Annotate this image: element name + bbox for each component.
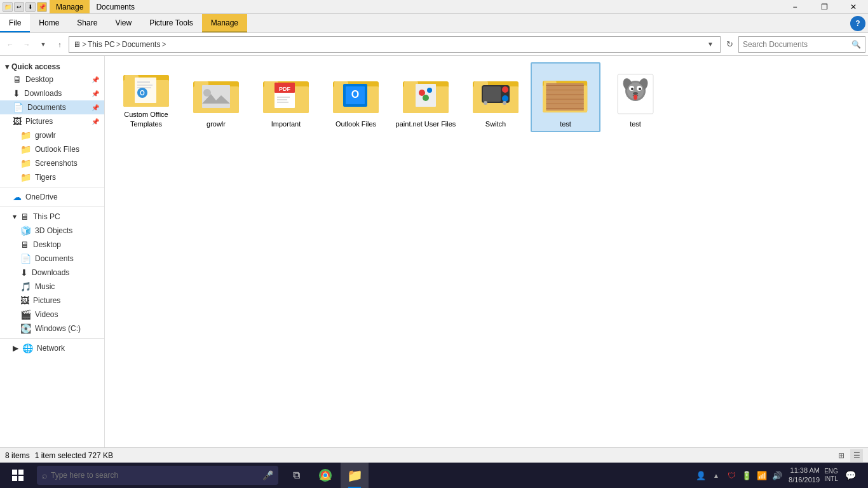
tray-network-icon[interactable]: 📶: [756, 469, 768, 482]
sidebar-item-videos[interactable]: 🎬 Videos: [0, 308, 104, 322]
pictures-pc-icon: 🖼: [20, 295, 29, 306]
path-part-icon: 🖥: [73, 40, 81, 49]
lang-indicator[interactable]: ENGINTL: [825, 469, 837, 482]
forward-button[interactable]: →: [19, 37, 34, 52]
file-item-switch[interactable]: Switch: [461, 62, 531, 132]
sidebar-item-desktop[interactable]: 🖥 Desktop 📌: [0, 72, 104, 86]
sidebar-item-music[interactable]: 🎵 Music: [0, 280, 104, 294]
svg-point-70: [633, 92, 638, 95]
quick-icon1[interactable]: ↩: [14, 2, 24, 12]
pin-icon-desktop: 📌: [92, 76, 99, 83]
sidebar-item-pictures-pc[interactable]: 🖼 Pictures: [0, 294, 104, 308]
notification-button[interactable]: 💬: [840, 463, 860, 488]
tray-battery-icon[interactable]: 🔋: [740, 469, 753, 482]
microphone-icon[interactable]: 🎤: [262, 470, 273, 480]
sidebar-item-documents[interactable]: 📄 Documents 📌: [0, 100, 104, 114]
folder-icon-paintnet: [403, 71, 449, 117]
folder-icon-test: [543, 71, 588, 117]
file-item-important[interactable]: PDF Important: [251, 62, 321, 132]
documents-icon: 📄: [13, 102, 24, 112]
file-item-growlr[interactable]: growlr: [181, 62, 251, 132]
svg-point-79: [323, 473, 327, 477]
up-button[interactable]: ↑: [52, 37, 67, 52]
sidebar-item-windows-c[interactable]: 💽 Windows (C:): [0, 322, 104, 336]
sidebar-item-documents-pc[interactable]: 📄 Documents: [0, 252, 104, 266]
view-list-button[interactable]: ☰: [850, 449, 863, 462]
quick-icon2[interactable]: ⬇: [25, 2, 36, 12]
taskbar: ⌕ 🎤 ⧉ 📁 👤 ▲ 🛡 🔋 📶 🔊 11:38 AM 8/16: [0, 463, 868, 488]
refresh-button[interactable]: ↻: [722, 37, 737, 52]
sidebar-quick-access-header[interactable]: ▾ Quick access: [0, 58, 104, 72]
taskbar-app-taskview[interactable]: ⧉: [282, 463, 310, 488]
file-label-paintnet: paint.net User Files: [396, 119, 456, 128]
folder-icon-important: PDF: [263, 71, 309, 117]
sidebar-item-3dobjects[interactable]: 🧊 3D Objects: [0, 224, 104, 238]
sidebar-item-desktop-pc[interactable]: 🖥 Desktop: [0, 238, 104, 252]
file-item-outlook[interactable]: O Outlook Files: [321, 62, 391, 132]
sidebar-item-growlr[interactable]: 📁 growlr: [0, 128, 104, 142]
sidebar-item-downloads[interactable]: ⬇ Downloads 📌: [0, 86, 104, 100]
path-part-thispc[interactable]: This PC: [88, 40, 115, 49]
sidebar-item-outlook-files[interactable]: 📁 Outlook Files: [0, 142, 104, 156]
file-item-paintnet[interactable]: paint.net User Files: [391, 62, 461, 132]
desktop-pc-icon: 🖥: [20, 240, 29, 250]
quick-icon3[interactable]: 📌: [37, 2, 47, 12]
taskbar-app-chrome[interactable]: [311, 463, 339, 488]
sidebar-item-tigers[interactable]: 📁 Tigers: [0, 170, 104, 184]
sidebar-item-onedrive[interactable]: ☁ OneDrive: [0, 190, 104, 204]
taskbar-search-box[interactable]: ⌕ 🎤: [37, 466, 278, 485]
tab-picture-tools[interactable]: Picture Tools: [140, 14, 201, 32]
desktop-icon: 🖥: [13, 74, 22, 85]
sidebar-divider-3: [0, 338, 104, 339]
file-item-test-file[interactable]: test: [600, 62, 670, 132]
folder-icon-outlook-main: O: [333, 71, 379, 117]
address-path[interactable]: 🖥 > This PC > Documents > ▼: [69, 36, 721, 53]
svg-rect-5: [137, 81, 150, 83]
taskbar-clock[interactable]: 11:38 AM 8/16/2019: [786, 466, 822, 485]
svg-rect-72: [12, 470, 17, 475]
svg-point-45: [503, 101, 506, 105]
svg-rect-23: [277, 102, 288, 103]
tab-home[interactable]: Home: [30, 14, 68, 32]
tray-people-icon[interactable]: 👤: [695, 469, 707, 482]
search-icon[interactable]: 🔍: [851, 40, 861, 49]
tab-file[interactable]: File: [0, 14, 30, 32]
sidebar-item-label-pictures: Pictures: [25, 117, 53, 126]
sidebar-label-pictures-pc: Pictures: [33, 296, 60, 305]
help-button[interactable]: ?: [850, 16, 865, 31]
sidebar-item-screenshots[interactable]: 📁 Screenshots: [0, 156, 104, 170]
view-tiles-button[interactable]: ⊞: [835, 449, 848, 462]
address-dropdown-arrow[interactable]: ▼: [705, 41, 716, 48]
path-separator-2: >: [116, 40, 121, 49]
sidebar-item-downloads-pc[interactable]: ⬇ Downloads: [0, 266, 104, 280]
folder-icon-tigers: 📁: [20, 172, 31, 182]
path-part-documents[interactable]: Documents: [122, 40, 161, 49]
tab-manage[interactable]: Manage: [202, 14, 247, 32]
taskbar-app-explorer[interactable]: 📁: [341, 463, 369, 488]
item-count: 8 items: [5, 451, 30, 460]
tray-chevron[interactable]: ▲: [710, 469, 722, 482]
sidebar-item-network[interactable]: ▶ 🌐 Network: [0, 341, 104, 355]
tray-volume-icon[interactable]: 🔊: [771, 469, 783, 482]
tab-share[interactable]: Share: [68, 14, 106, 32]
minimize-button[interactable]: −: [780, 0, 810, 14]
sidebar-item-label-documents: Documents: [27, 103, 66, 112]
maximize-button[interactable]: ❐: [810, 0, 839, 14]
sidebar-label-downloads-pc: Downloads: [32, 268, 69, 277]
tray-antivirus-icon[interactable]: 🛡: [725, 469, 738, 482]
tab-view[interactable]: View: [106, 14, 140, 32]
explorer-icon: 📁: [347, 468, 363, 483]
close-button[interactable]: ✕: [839, 0, 868, 14]
sidebar-item-pictures[interactable]: 🖼 Pictures 📌: [0, 114, 104, 128]
search-input[interactable]: [743, 40, 849, 49]
dropdown-button[interactable]: ▼: [36, 37, 51, 52]
search-box[interactable]: 🔍: [738, 36, 865, 53]
svg-rect-6: [137, 85, 153, 86]
file-item-custom-office[interactable]: O Custom Office Templates: [111, 62, 181, 132]
sidebar-item-thispc[interactable]: ▾ 🖥 This PC: [0, 210, 104, 224]
start-button[interactable]: [3, 463, 33, 488]
file-item-test-folder[interactable]: test: [531, 62, 600, 132]
sidebar-label-growlr: growlr: [35, 131, 56, 140]
taskbar-search-input[interactable]: [51, 471, 259, 480]
back-button[interactable]: ←: [3, 37, 18, 52]
